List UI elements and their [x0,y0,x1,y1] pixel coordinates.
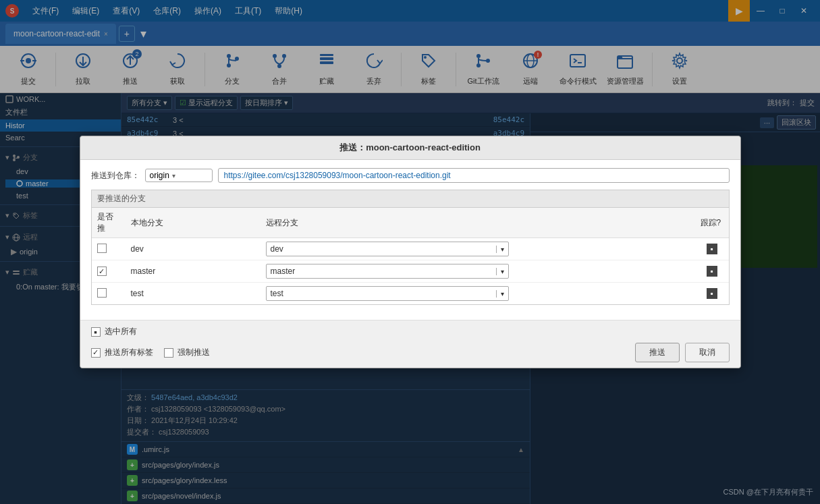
test-remote-cell: test ▾ [261,283,695,305]
push-header: 是否推 [92,208,126,238]
select-all-label[interactable]: 选中所有 [91,326,137,337]
dialog-body: 推送到仓库： origin ▾ https://gitee.com/csj132… [80,160,740,320]
dialog-backdrop: 推送：moon-cartoon-react-edition 推送到仓库： ori… [0,0,820,504]
footer-top: 选中所有 [91,326,730,337]
test-remote-value: test [267,287,496,300]
force-push-text: 强制推送 [177,347,210,358]
dev-remote-value: dev [267,242,496,256]
force-push-label[interactable]: 强制推送 [164,347,210,358]
dev-remote-cell: dev ▾ [261,238,695,260]
master-track-cell [695,260,729,283]
master-push-checkbox[interactable] [97,267,107,276]
dev-track-checkbox[interactable] [707,244,717,254]
dev-track-cell [695,238,729,260]
local-header: 本地分支 [126,208,261,238]
branch-section-title: 要推送的分支 [92,190,729,208]
master-local-cell: master [126,260,261,283]
dev-remote-arrow[interactable]: ▾ [496,246,508,253]
push-button[interactable]: 推送 [635,343,680,362]
branch-table: 是否推 本地分支 远程分支 跟踪? dev [92,208,729,304]
table-row-dev: dev dev ▾ [92,238,729,260]
push-tags-label[interactable]: 推送所有标签 [91,347,153,358]
repo-url: https://gitee.com/csj1328059093/moon-car… [218,168,730,183]
track-header: 跟踪? [695,208,729,238]
branch-section: 要推送的分支 是否推 本地分支 远程分支 跟踪? [91,190,730,305]
dev-push-checkbox[interactable] [97,244,107,253]
dev-push-cell [92,238,126,260]
master-push-cell [92,260,126,283]
master-remote-cell: master ▾ [261,260,695,283]
footer-buttons: 推送 取消 [635,343,730,362]
test-push-cell [92,283,126,305]
master-remote-value: master [267,264,496,278]
dev-remote-select[interactable]: dev ▾ [266,242,509,256]
master-remote-select[interactable]: master ▾ [266,264,509,279]
master-remote-arrow[interactable]: ▾ [496,268,508,275]
test-track-cell [695,283,729,305]
watermark: CSDN @在下月亮有何贵干 [723,487,813,497]
footer-bottom-row: 推送所有标签 强制推送 推送 取消 [91,343,730,362]
select-all-checkbox[interactable] [91,327,101,337]
repo-select-arrow: ▾ [172,172,175,179]
test-track-checkbox[interactable] [707,288,717,299]
select-all-text: 选中所有 [105,326,137,337]
footer-checkboxes: 推送所有标签 强制推送 [91,347,210,358]
repo-select-value: origin [150,171,169,180]
master-track-checkbox[interactable] [707,266,717,277]
push-dialog: 推送：moon-cartoon-react-edition 推送到仓库： ori… [80,136,741,368]
remote-header: 远程分支 [261,208,695,238]
repo-select[interactable]: origin ▾ [145,169,213,182]
test-push-checkbox[interactable] [97,288,107,298]
test-remote-arrow[interactable]: ▾ [496,290,508,298]
test-remote-select[interactable]: test ▾ [266,286,509,301]
table-row-test: test test ▾ [92,283,729,305]
test-local-cell: test [126,283,261,305]
repo-label: 推送到仓库： [91,170,140,181]
force-push-checkbox[interactable] [164,348,173,358]
push-tags-text: 推送所有标签 [105,347,153,358]
table-header-row: 是否推 本地分支 远程分支 跟踪? [92,208,729,238]
dialog-footer: 选中所有 推送所有标签 强制推送 推送 取消 [80,320,740,368]
dialog-title: 推送：moon-cartoon-react-edition [80,136,740,160]
push-tags-checkbox[interactable] [91,348,101,358]
repo-row: 推送到仓库： origin ▾ https://gitee.com/csj132… [91,168,730,183]
table-row-master: master master ▾ [92,260,729,283]
cancel-button[interactable]: 取消 [685,343,730,362]
dev-local-cell: dev [126,238,261,260]
